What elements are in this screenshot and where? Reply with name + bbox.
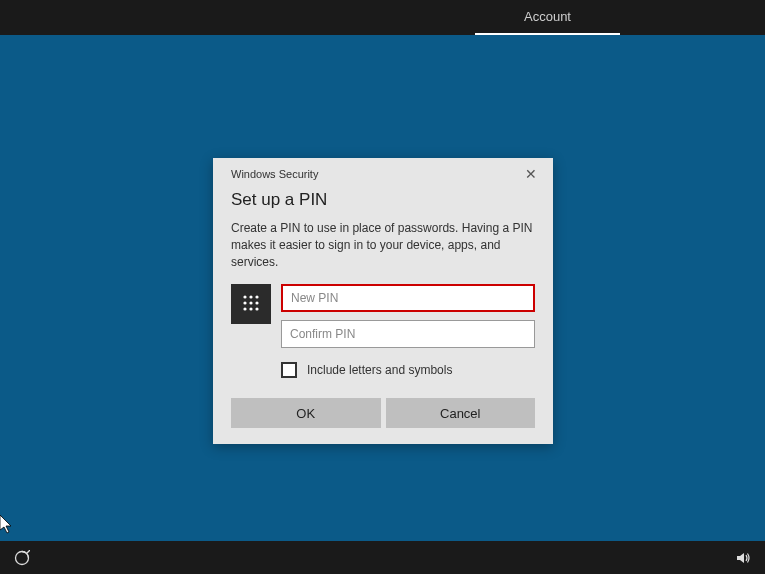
svg-point-6 <box>243 308 246 311</box>
pin-setup-dialog: Windows Security ✕ Set up a PIN Create a… <box>213 158 553 444</box>
confirm-pin-input[interactable] <box>281 320 535 348</box>
include-letters-checkbox[interactable] <box>281 362 297 378</box>
dialog-window-title: Windows Security <box>231 168 318 180</box>
svg-point-4 <box>249 302 252 305</box>
pin-input-row <box>231 284 535 348</box>
svg-line-10 <box>27 550 30 553</box>
svg-point-0 <box>243 296 246 299</box>
svg-point-1 <box>249 296 252 299</box>
pin-fields <box>281 284 535 348</box>
include-letters-row: Include letters and symbols <box>281 362 535 378</box>
svg-point-3 <box>243 302 246 305</box>
close-icon: ✕ <box>525 166 537 182</box>
tab-account[interactable]: Account <box>475 0 620 35</box>
taskbar <box>0 541 765 574</box>
svg-point-8 <box>255 308 258 311</box>
include-letters-label: Include letters and symbols <box>307 363 452 377</box>
svg-point-5 <box>255 302 258 305</box>
desktop-area: Windows Security ✕ Set up a PIN Create a… <box>0 35 765 541</box>
ease-of-access-icon[interactable] <box>14 550 30 566</box>
svg-point-2 <box>255 296 258 299</box>
ok-button[interactable]: OK <box>231 398 381 428</box>
svg-point-7 <box>249 308 252 311</box>
keypad-icon <box>231 284 271 324</box>
dialog-button-row: OK Cancel <box>231 398 535 428</box>
close-button[interactable]: ✕ <box>519 164 543 184</box>
taskbar-left <box>14 550 30 566</box>
dialog-heading: Set up a PIN <box>231 190 535 210</box>
dialog-body: Set up a PIN Create a PIN to use in plac… <box>213 184 553 444</box>
top-bar: Account <box>0 0 765 35</box>
dialog-header: Windows Security ✕ <box>213 158 553 184</box>
new-pin-input[interactable] <box>281 284 535 312</box>
taskbar-right <box>735 550 751 566</box>
tab-account-label: Account <box>524 9 571 24</box>
dialog-description: Create a PIN to use in place of password… <box>231 220 535 270</box>
volume-icon[interactable] <box>735 550 751 566</box>
cancel-button[interactable]: Cancel <box>386 398 536 428</box>
